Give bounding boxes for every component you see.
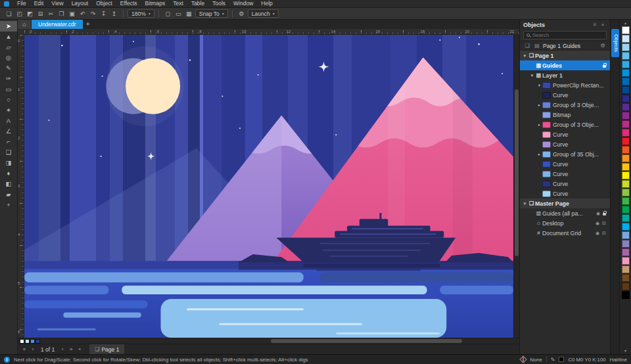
close-docker-icon[interactable]: × [599, 22, 607, 28]
import-icon[interactable]: ↧ [99, 9, 108, 18]
drawing-canvas[interactable] [24, 35, 513, 338]
lock-icon[interactable] [601, 62, 607, 69]
menu-item[interactable]: Help [257, 0, 276, 7]
visibility-eye-icon[interactable]: ◉ [594, 231, 601, 236]
view-options-icon[interactable]: ▤ [533, 43, 541, 49]
color-swatch[interactable] [622, 231, 630, 239]
fill-color-indicator[interactable] [519, 355, 526, 363]
color-swatch[interactable] [622, 248, 630, 256]
color-swatch[interactable] [622, 129, 630, 137]
color-swatch[interactable] [622, 60, 630, 68]
color-swatch[interactable] [622, 69, 630, 77]
color-swatch[interactable] [622, 257, 630, 265]
horizontal-ruler[interactable]: 0246810121416182022 [24, 29, 519, 35]
palette-scroll-up-icon[interactable]: ▴ [624, 20, 626, 26]
search-box[interactable] [523, 31, 607, 39]
zoom-level-dropdown[interactable]: 180% ▾ [128, 9, 154, 18]
copy-icon[interactable]: ❐ [57, 9, 66, 18]
text-tool[interactable]: A [0, 116, 17, 126]
redo-icon[interactable]: ↷ [88, 9, 98, 18]
add-tools-button[interactable]: + [0, 200, 17, 210]
color-swatch[interactable] [622, 146, 630, 154]
tree-row[interactable]: ▸ Group of 3 Obje... [520, 100, 610, 110]
color-swatch[interactable] [622, 35, 630, 43]
color-swatch[interactable] [622, 283, 630, 290]
connector-tool[interactable]: ⌐ [0, 137, 17, 147]
expander-icon[interactable]: ▾ [529, 73, 535, 78]
full-screen-preview-icon[interactable]: ◻ [163, 9, 173, 18]
crop-tool[interactable]: ▱ [0, 42, 17, 53]
ruler-origin-button[interactable] [18, 29, 24, 35]
tree-row[interactable]: Curve [520, 90, 610, 100]
freehand-tool[interactable]: ✎ [0, 63, 17, 74]
menu-item[interactable]: Tools [208, 0, 229, 7]
tree-row[interactable]: Curve [520, 159, 610, 169]
artistic-media-tool[interactable]: ✑ [0, 74, 17, 84]
tree-row[interactable]: ▾ PowerClip Rectan... [520, 80, 610, 90]
interactive-fill-tool[interactable]: ◧ [0, 179, 17, 189]
new-document-tab-button[interactable]: + [83, 20, 93, 29]
color-swatch[interactable] [622, 154, 630, 162]
cut-icon[interactable]: ✂ [46, 9, 56, 18]
transparency-tool[interactable]: ◨ [0, 158, 17, 168]
color-swatch[interactable] [622, 163, 630, 171]
tree-row[interactable]: Curve [520, 169, 610, 179]
color-swatch[interactable] [622, 137, 630, 145]
tree-row[interactable]: Curve [520, 179, 610, 189]
color-swatch[interactable] [622, 214, 630, 222]
tree-row[interactable]: ▾ ❏ Page 1 [520, 51, 610, 60]
polygon-tool[interactable]: ✶ [0, 105, 17, 116]
menu-item[interactable]: File [13, 0, 30, 7]
snap-to-dropdown[interactable]: Snap To ▾ [195, 9, 228, 18]
add-page-icon[interactable]: + [76, 346, 83, 352]
ellipse-tool[interactable]: ○ [0, 95, 17, 105]
prev-page-icon[interactable]: ‹ [29, 346, 37, 352]
color-swatch[interactable] [622, 197, 630, 205]
last-page-icon[interactable]: » [67, 346, 75, 352]
zoom-tool[interactable]: ◎ [0, 53, 17, 63]
color-swatch[interactable] [622, 78, 630, 85]
palette-scroll-down-icon[interactable]: ▾ [624, 348, 626, 353]
tree-row[interactable]: # Document Grid ◉ ⊟ [520, 228, 610, 238]
visibility-eye-icon[interactable]: ◉ [595, 211, 601, 216]
color-swatch[interactable] [622, 180, 630, 188]
menu-item[interactable]: View [47, 0, 67, 7]
next-page-icon[interactable]: › [58, 346, 66, 352]
color-swatch[interactable] [622, 52, 630, 60]
tree-row[interactable]: ▸ Group of 3 Obje... [520, 120, 610, 129]
drop-shadow-tool[interactable]: ❏ [0, 147, 17, 158]
vertical-scrollbar-thumb[interactable] [515, 89, 519, 256]
paste-icon[interactable]: ▣ [67, 9, 77, 18]
first-page-icon[interactable]: « [20, 346, 28, 352]
tree-row[interactable]: Bitmap [520, 110, 610, 120]
docker-options-icon[interactable]: ≡ [591, 22, 599, 28]
color-swatch[interactable] [622, 206, 630, 214]
parallel-dimension-tool[interactable]: ∠ [0, 126, 17, 137]
welcome-screen-tab[interactable]: ⌂ [18, 20, 31, 29]
visibility-eye-icon[interactable]: ◉ [594, 221, 601, 226]
save-icon[interactable]: ◩ [25, 9, 35, 18]
expander-icon[interactable]: ▾ [522, 53, 528, 58]
menu-item[interactable]: Layout [68, 0, 93, 7]
menu-item[interactable]: Object [92, 0, 116, 7]
menu-item[interactable]: Window [229, 0, 257, 7]
menu-item[interactable]: Text [169, 0, 187, 7]
color-swatch[interactable] [622, 26, 630, 34]
color-swatch[interactable] [622, 43, 630, 51]
lock-icon[interactable] [601, 210, 607, 217]
menu-item[interactable]: Effects [116, 0, 141, 7]
horizontal-scrollbar-thumb[interactable] [271, 339, 461, 343]
tree-row[interactable]: ▾ ❏ Master Page [520, 198, 610, 208]
options-icon[interactable]: ⚙ [237, 9, 246, 18]
color-swatch[interactable] [622, 189, 630, 196]
color-swatch[interactable] [622, 120, 630, 128]
menu-item[interactable]: Edit [30, 0, 48, 7]
expander-icon[interactable]: ▸ [536, 152, 542, 157]
expander-icon[interactable]: ▾ [522, 201, 528, 206]
document-tab[interactable]: Underwater.cdr [32, 20, 83, 29]
color-swatch[interactable] [622, 112, 630, 120]
tree-row[interactable]: Curve [520, 139, 610, 149]
new-layer-icon[interactable]: ❏ [523, 43, 531, 49]
color-swatch[interactable] [622, 265, 630, 273]
pick-tool[interactable]: ➤ [0, 21, 17, 32]
